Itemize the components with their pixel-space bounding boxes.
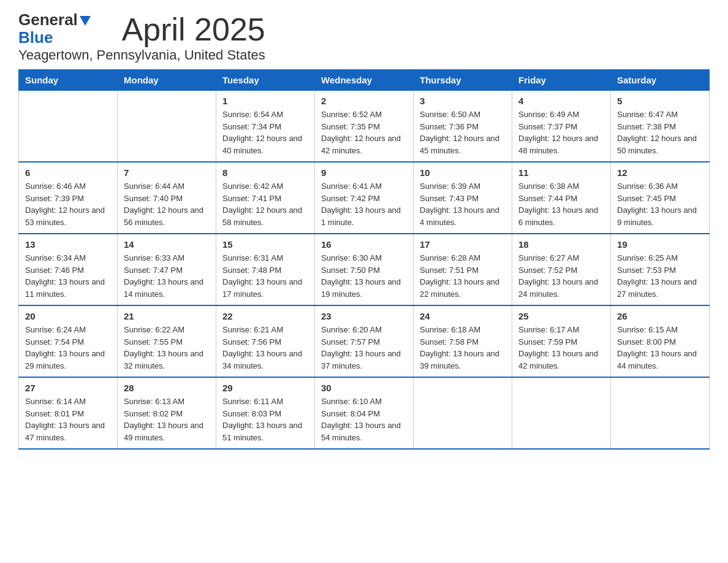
week-row-1: 1Sunrise: 6:54 AMSunset: 7:34 PMDaylight… <box>19 91 710 163</box>
cell-week1-day1 <box>19 91 118 163</box>
day-number: 18 <box>518 239 604 250</box>
day-info: Sunrise: 6:28 AMSunset: 7:51 PMDaylight:… <box>420 252 506 300</box>
cell-week4-day6: 25Sunrise: 6:17 AMSunset: 7:59 PMDayligh… <box>512 305 611 377</box>
day-info: Sunrise: 6:44 AMSunset: 7:40 PMDaylight:… <box>124 180 210 228</box>
cell-week3-day5: 17Sunrise: 6:28 AMSunset: 7:51 PMDayligh… <box>414 234 512 305</box>
cell-week3-day3: 15Sunrise: 6:31 AMSunset: 7:48 PMDayligh… <box>216 234 315 305</box>
day-number: 25 <box>518 311 604 321</box>
cell-week3-day4: 16Sunrise: 6:30 AMSunset: 7:50 PMDayligh… <box>315 234 414 305</box>
day-info: Sunrise: 6:25 AMSunset: 7:53 PMDaylight:… <box>617 252 703 300</box>
cell-week4-day2: 21Sunrise: 6:22 AMSunset: 7:55 PMDayligh… <box>118 305 216 377</box>
day-number: 21 <box>124 311 210 321</box>
header-thursday: Thursday <box>414 70 512 91</box>
day-number: 4 <box>518 96 604 106</box>
week-row-5: 27Sunrise: 6:14 AMSunset: 8:01 PMDayligh… <box>19 377 710 449</box>
cell-week4-day4: 23Sunrise: 6:20 AMSunset: 7:57 PMDayligh… <box>315 305 414 377</box>
day-number: 20 <box>25 311 111 321</box>
day-number: 24 <box>420 311 506 321</box>
day-info: Sunrise: 6:17 AMSunset: 7:59 PMDaylight:… <box>518 324 604 372</box>
day-info: Sunrise: 6:22 AMSunset: 7:55 PMDaylight:… <box>124 324 210 372</box>
day-number: 19 <box>617 239 703 250</box>
day-info: Sunrise: 6:50 AMSunset: 7:36 PMDaylight:… <box>420 109 506 156</box>
cell-week5-day6 <box>512 377 611 449</box>
day-info: Sunrise: 6:41 AMSunset: 7:42 PMDaylight:… <box>321 180 407 228</box>
cell-week5-day5 <box>414 377 512 449</box>
day-number: 13 <box>25 239 111 250</box>
cell-week2-day1: 6Sunrise: 6:46 AMSunset: 7:39 PMDaylight… <box>19 162 118 234</box>
cell-week3-day6: 18Sunrise: 6:27 AMSunset: 7:52 PMDayligh… <box>512 234 611 305</box>
day-info: Sunrise: 6:42 AMSunset: 7:41 PMDaylight:… <box>222 180 308 228</box>
day-info: Sunrise: 6:52 AMSunset: 7:35 PMDaylight:… <box>321 109 407 156</box>
day-info: Sunrise: 6:46 AMSunset: 7:39 PMDaylight:… <box>25 180 111 228</box>
day-info: Sunrise: 6:30 AMSunset: 7:50 PMDaylight:… <box>321 252 407 300</box>
day-number: 12 <box>617 167 703 178</box>
day-number: 23 <box>321 311 407 321</box>
cell-week4-day7: 26Sunrise: 6:15 AMSunset: 8:00 PMDayligh… <box>611 305 710 377</box>
header-friday: Friday <box>512 70 611 91</box>
day-number: 28 <box>124 383 210 393</box>
day-number: 3 <box>420 96 506 106</box>
cell-week4-day1: 20Sunrise: 6:24 AMSunset: 7:54 PMDayligh… <box>19 305 118 377</box>
day-number: 17 <box>420 239 506 250</box>
day-info: Sunrise: 6:15 AMSunset: 8:00 PMDaylight:… <box>617 324 703 372</box>
day-info: Sunrise: 6:34 AMSunset: 7:46 PMDaylight:… <box>25 252 111 300</box>
header-monday: Monday <box>118 70 216 91</box>
header-wednesday: Wednesday <box>315 70 414 91</box>
day-info: Sunrise: 6:36 AMSunset: 7:45 PMDaylight:… <box>617 180 703 228</box>
cell-week1-day2 <box>118 91 216 163</box>
day-number: 11 <box>518 167 604 178</box>
cell-week5-day2: 28Sunrise: 6:13 AMSunset: 8:02 PMDayligh… <box>118 377 216 449</box>
day-info: Sunrise: 6:11 AMSunset: 8:03 PMDaylight:… <box>222 396 308 443</box>
cell-week5-day1: 27Sunrise: 6:14 AMSunset: 8:01 PMDayligh… <box>19 377 118 449</box>
day-info: Sunrise: 6:33 AMSunset: 7:47 PMDaylight:… <box>124 252 210 300</box>
header-tuesday: Tuesday <box>216 70 315 91</box>
cell-week3-day1: 13Sunrise: 6:34 AMSunset: 7:46 PMDayligh… <box>19 234 118 305</box>
cell-week1-day5: 3Sunrise: 6:50 AMSunset: 7:36 PMDaylight… <box>414 91 512 163</box>
day-info: Sunrise: 6:18 AMSunset: 7:58 PMDaylight:… <box>420 324 506 372</box>
cell-week2-day7: 12Sunrise: 6:36 AMSunset: 7:45 PMDayligh… <box>611 162 710 234</box>
cell-week1-day7: 5Sunrise: 6:47 AMSunset: 7:38 PMDaylight… <box>611 91 710 163</box>
cell-week2-day5: 10Sunrise: 6:39 AMSunset: 7:43 PMDayligh… <box>414 162 512 234</box>
cell-week1-day4: 2Sunrise: 6:52 AMSunset: 7:35 PMDaylight… <box>315 91 414 163</box>
day-number: 9 <box>321 167 407 178</box>
week-row-3: 13Sunrise: 6:34 AMSunset: 7:46 PMDayligh… <box>19 234 710 305</box>
calendar-header-row: Sunday Monday Tuesday Wednesday Thursday… <box>19 70 710 91</box>
logo-blue-label: Blue <box>18 29 91 47</box>
day-info: Sunrise: 6:24 AMSunset: 7:54 PMDaylight:… <box>25 324 111 372</box>
logo-general-label: General <box>18 11 78 29</box>
day-number: 7 <box>124 167 210 178</box>
cell-week5-day4: 30Sunrise: 6:10 AMSunset: 8:04 PMDayligh… <box>315 377 414 449</box>
cell-week1-day3: 1Sunrise: 6:54 AMSunset: 7:34 PMDaylight… <box>216 91 315 163</box>
day-number: 10 <box>420 167 506 178</box>
day-info: Sunrise: 6:47 AMSunset: 7:38 PMDaylight:… <box>617 109 703 156</box>
cell-week3-day7: 19Sunrise: 6:25 AMSunset: 7:53 PMDayligh… <box>611 234 710 305</box>
cell-week3-day2: 14Sunrise: 6:33 AMSunset: 7:47 PMDayligh… <box>118 234 216 305</box>
day-number: 1 <box>222 96 308 106</box>
logo-triangle-icon <box>80 16 91 26</box>
day-info: Sunrise: 6:14 AMSunset: 8:01 PMDaylight:… <box>25 396 111 443</box>
cell-week5-day3: 29Sunrise: 6:11 AMSunset: 8:03 PMDayligh… <box>216 377 315 449</box>
day-info: Sunrise: 6:21 AMSunset: 7:56 PMDaylight:… <box>222 324 308 372</box>
week-row-2: 6Sunrise: 6:46 AMSunset: 7:39 PMDaylight… <box>19 162 710 234</box>
header-saturday: Saturday <box>611 70 710 91</box>
cell-week5-day7 <box>611 377 710 449</box>
cell-week2-day2: 7Sunrise: 6:44 AMSunset: 7:40 PMDaylight… <box>118 162 216 234</box>
calendar-table: Sunday Monday Tuesday Wednesday Thursday… <box>18 69 710 450</box>
logo-container: General Blue <box>18 11 91 46</box>
day-number: 6 <box>25 167 111 178</box>
cell-week2-day3: 8Sunrise: 6:42 AMSunset: 7:41 PMDaylight… <box>216 162 315 234</box>
day-number: 26 <box>617 311 703 321</box>
cell-week4-day3: 22Sunrise: 6:21 AMSunset: 7:56 PMDayligh… <box>216 305 315 377</box>
week-row-4: 20Sunrise: 6:24 AMSunset: 7:54 PMDayligh… <box>19 305 710 377</box>
cell-week2-day4: 9Sunrise: 6:41 AMSunset: 7:42 PMDaylight… <box>315 162 414 234</box>
header-sunday: Sunday <box>19 70 118 91</box>
day-info: Sunrise: 6:49 AMSunset: 7:37 PMDaylight:… <box>518 109 604 156</box>
logo-line1: General <box>18 11 91 29</box>
day-number: 22 <box>222 311 308 321</box>
day-info: Sunrise: 6:27 AMSunset: 7:52 PMDaylight:… <box>518 252 604 300</box>
cell-week4-day5: 24Sunrise: 6:18 AMSunset: 7:58 PMDayligh… <box>414 305 512 377</box>
day-number: 29 <box>222 383 308 393</box>
day-info: Sunrise: 6:31 AMSunset: 7:48 PMDaylight:… <box>222 252 308 300</box>
day-info: Sunrise: 6:20 AMSunset: 7:57 PMDaylight:… <box>321 324 407 372</box>
day-number: 5 <box>617 96 703 106</box>
